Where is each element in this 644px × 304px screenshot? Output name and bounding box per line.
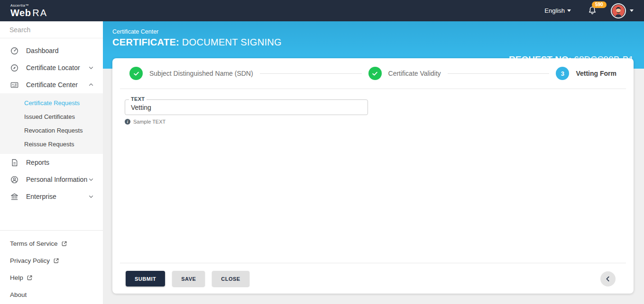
page-title: CERTIFICATE: DOCUMENT SIGNING (112, 37, 282, 48)
form-area: TEXT i Sample TEXT (112, 89, 634, 125)
submenu-item-label: Issued Certificates (24, 113, 75, 120)
about-link[interactable]: About (0, 286, 103, 303)
save-button[interactable]: SAVE (172, 271, 205, 286)
id-card-icon (10, 80, 19, 89)
sidebar-item-label: Certificate Center (26, 81, 78, 89)
footer-link-label: About (10, 291, 27, 298)
step-connector (448, 73, 550, 74)
notification-count-badge: 590 (592, 1, 607, 8)
brand-ascertia: Ascertia™ (10, 4, 47, 8)
submit-button[interactable]: SUBMIT (126, 271, 165, 286)
step-label: Subject Distinguished Name (SDN) (149, 70, 253, 77)
step-label: Certificate Validity (388, 70, 441, 77)
action-buttons-row: SUBMIT SAVE CLOSE (112, 263, 634, 294)
chevron-up-icon (88, 81, 94, 88)
app-logo[interactable]: Ascertia™ WebRA (10, 4, 47, 18)
text-field-wrapper: TEXT (125, 99, 368, 115)
sidebar-item-label: Reports (26, 159, 49, 166)
step-certificate-validity[interactable]: Certificate Validity (368, 67, 441, 80)
step-label: Vetting Form (576, 70, 616, 77)
chevron-down-icon (88, 176, 94, 183)
compass-icon (10, 63, 19, 72)
page-header-text: Certificate Center CERTIFICATE: DOCUMENT… (112, 28, 282, 48)
helper-text: Sample TEXT (133, 119, 166, 125)
sidebar-item-label: Personal Information (26, 176, 87, 183)
chevron-down-icon (88, 64, 94, 71)
previous-step-button[interactable] (600, 271, 616, 286)
sidebar-item-enterprise[interactable]: Enterprise (0, 188, 103, 205)
sidebar-item-revocation-requests[interactable]: Revocation Requests (0, 124, 103, 137)
breadcrumb: Certificate Center (112, 28, 282, 35)
sidebar-item-label: Certificate Locator (26, 64, 80, 72)
sidebar-item-label: Enterprise (26, 193, 56, 200)
bank-icon (10, 192, 19, 201)
sidebar-item-issued-certificates[interactable]: Issued Certificates (0, 110, 103, 124)
sidebar-footer: Terms of Service Privacy Policy Help (0, 230, 103, 304)
stepper: Subject Distinguished Name (SDN) Certifi… (112, 58, 634, 89)
avatar (611, 3, 626, 18)
chevron-down-icon (88, 193, 94, 200)
external-link-icon (27, 275, 33, 281)
navbar-right: English 590 (544, 3, 634, 18)
sidebar-item-reports[interactable]: Reports (0, 154, 103, 171)
sidebar-item-certificate-requests[interactable]: Certificate Requests (0, 96, 103, 110)
submenu-item-label: Reissue Requests (24, 141, 74, 148)
sidebar-item-certificate-center[interactable]: Certificate Center (0, 76, 103, 93)
brand-ra: RA (32, 8, 47, 18)
footer-link-label: Help (10, 274, 23, 281)
chevron-left-icon (604, 275, 612, 283)
step-number-badge: 3 (556, 67, 569, 80)
sidebar-item-reissue-requests[interactable]: Reissue Requests (0, 137, 103, 151)
sidebar-search (0, 21, 103, 38)
sidebar-item-personal-information[interactable]: Personal Information (0, 171, 103, 188)
helper-row: i Sample TEXT (125, 119, 634, 125)
notifications-button[interactable]: 590 (587, 5, 598, 17)
info-icon: i (125, 119, 130, 125)
brand-web: Web (10, 8, 31, 18)
submenu-item-label: Revocation Requests (24, 127, 83, 134)
submenu-item-label: Certificate Requests (24, 99, 80, 107)
text-input[interactable] (125, 99, 368, 115)
step-connector (260, 73, 362, 74)
person-circle-icon (10, 175, 19, 184)
chevron-down-icon (567, 9, 571, 12)
terms-of-service-link[interactable]: Terms of Service (0, 235, 103, 252)
external-link-icon (53, 258, 59, 264)
sidebar-item-label: Dashboard (26, 47, 59, 54)
document-icon (10, 158, 19, 167)
sidebar-item-dashboard[interactable]: Dashboard (0, 42, 103, 59)
check-icon (129, 67, 143, 80)
language-selector[interactable]: English (544, 7, 571, 14)
dashboard-icon (10, 46, 19, 55)
chevron-down-icon (630, 9, 634, 12)
footer-link-label: Privacy Policy (10, 257, 50, 264)
step-sdn[interactable]: Subject Distinguished Name (SDN) (129, 67, 253, 80)
sidebar: Dashboard Certificate Locator Certificat… (0, 21, 103, 304)
search-input[interactable] (9, 26, 95, 34)
check-icon (368, 67, 382, 80)
external-link-icon (61, 241, 67, 247)
top-navbar: Ascertia™ WebRA English 590 (0, 0, 644, 21)
footer-link-label: Terms of Service (10, 240, 58, 247)
sidebar-nav: Dashboard Certificate Locator Certificat… (0, 38, 103, 205)
user-menu[interactable] (611, 3, 634, 18)
card-footer: SUBMIT SAVE CLOSE (112, 263, 634, 294)
language-label: English (544, 7, 565, 14)
close-button[interactable]: CLOSE (212, 271, 249, 286)
privacy-policy-link[interactable]: Privacy Policy (0, 252, 103, 269)
certificate-center-submenu: Certificate Requests Issued Certificates… (0, 93, 103, 154)
help-link[interactable]: Help (0, 269, 103, 286)
text-field-label: TEXT (129, 96, 147, 102)
sidebar-item-certificate-locator[interactable]: Certificate Locator (0, 59, 103, 76)
vetting-form-card: Subject Distinguished Name (SDN) Certifi… (112, 58, 634, 294)
step-vetting-form[interactable]: 3 Vetting Form (556, 67, 616, 80)
